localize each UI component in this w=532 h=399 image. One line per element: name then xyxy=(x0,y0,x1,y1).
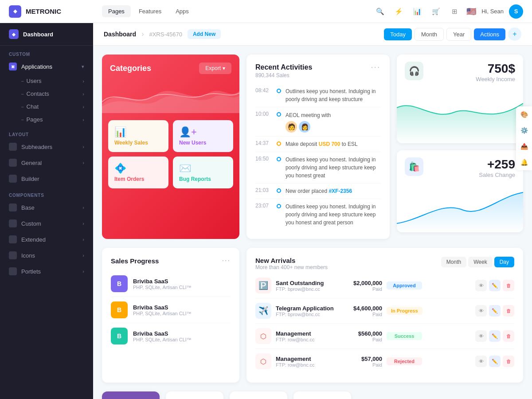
cat-bug-reports-label: Bug Reports xyxy=(179,176,227,182)
categories-card: Categories Export ▾ 📊 xyxy=(102,55,239,239)
act-text-5: New order placed #XF-2356 xyxy=(286,187,352,195)
act-time-4: 16:50 xyxy=(255,156,272,162)
activity-item-6: 23:07 Outlines keep you honest. Indulgin… xyxy=(255,199,381,230)
activity-item-2: 10:00 AEOL meeting with 🧑 👩 xyxy=(255,107,381,137)
add-new-button[interactable]: Add New xyxy=(188,29,221,39)
sidebar: ◆ Dashboard CUSTOM ▣ Applications ▾ – Us… xyxy=(0,23,93,399)
logo: ◆ METRONIC xyxy=(9,5,102,18)
weekly-income-card: 750$ Weekly Income 🎧 xyxy=(397,55,523,143)
year-button[interactable]: Year xyxy=(446,28,471,41)
settings-icon[interactable]: ⚙️ xyxy=(516,122,532,138)
day-tab[interactable]: Day xyxy=(494,257,514,267)
na-row-4: ⬡ Management FTP: row@bnc.cc $57,000 Pai… xyxy=(255,349,514,374)
sidebar-sub-chat[interactable]: – Chat › xyxy=(0,100,93,113)
sidebar-item-builder[interactable]: Builder xyxy=(0,171,93,187)
cat-weekly-sales-label: Weekly Sales xyxy=(114,140,162,146)
search-icon[interactable]: 🔍 xyxy=(373,5,387,18)
act-time-5: 21:03 xyxy=(255,187,272,193)
bell-icon[interactable]: 🔔 xyxy=(516,154,532,170)
top-nav: ◆ METRONIC Pages Features Apps 🔍 ⚡ 📊 🛒 ⊞… xyxy=(0,0,532,23)
na-del-3[interactable]: 🗑 xyxy=(503,330,514,342)
na-view-1[interactable]: 👁 xyxy=(475,280,487,291)
sidebar-section-components: COMPONENTS xyxy=(0,187,93,200)
act-time-2: 10:00 xyxy=(255,111,272,117)
chart-icon[interactable]: 📊 xyxy=(411,5,424,18)
breadcrumb-sep: › xyxy=(141,30,144,38)
nav-link-pages[interactable]: Pages xyxy=(102,5,131,17)
sidebar-item-extended[interactable]: Extended › xyxy=(0,231,93,247)
sidebar-section-layout: LAYOUT xyxy=(0,126,93,139)
na-view-4[interactable]: 👁 xyxy=(475,356,487,367)
sidebar-sub-pages[interactable]: – Pages › xyxy=(0,113,93,126)
act-text-4: Outlines keep you honest. Indulging in p… xyxy=(286,156,381,180)
sp-item-3: B Briviba SaaS PHP, SQLite, Artisan CLI™ xyxy=(111,323,231,349)
na-row-3: ⬡ Management FTP: row@bnc.cc $560,000 Pa… xyxy=(255,324,514,349)
breadcrumb-bar: Dashboard › #XRS-45670 Add New Today Mon… xyxy=(93,23,532,46)
na-edit-1[interactable]: ✏️ xyxy=(489,280,501,291)
activities-menu[interactable]: ··· xyxy=(371,63,381,71)
nav-link-features[interactable]: Features xyxy=(133,5,168,17)
income-icon: 🎧 xyxy=(405,62,423,80)
activity-item-4: 16:50 Outlines keep you honest. Indulgin… xyxy=(255,152,381,184)
act-time-6: 23:07 xyxy=(255,203,272,209)
na-view-3[interactable]: 👁 xyxy=(475,330,487,342)
send-icon[interactable]: 📤 xyxy=(516,138,532,154)
sidebar-item-subheaders[interactable]: Subheaders › xyxy=(0,139,93,155)
cat-item-orders: 💠 Item Orders xyxy=(108,156,168,188)
act-text-6: Outlines keep you honest. Indulging in p… xyxy=(286,203,381,227)
sidebar-item-icons[interactable]: Icons › xyxy=(0,247,93,263)
na-edit-4[interactable]: ✏️ xyxy=(489,356,501,367)
act-text-3: Make deposit USD 700 to ESL xyxy=(286,140,358,148)
nav-link-apps[interactable]: Apps xyxy=(169,5,195,17)
cat-new-users: 👤+ New Users xyxy=(173,120,233,152)
connections-icon[interactable]: ⚡ xyxy=(392,5,405,18)
sidebar-dashboard-item[interactable]: ◆ Dashboard xyxy=(0,23,93,46)
logo-bootstrap: B xyxy=(102,391,160,399)
sidebar-section-custom: CUSTOM xyxy=(0,46,93,59)
sidebar-item-portlets[interactable]: Portlets › xyxy=(0,263,93,279)
main-content: Dashboard › #XRS-45670 Add New Today Mon… xyxy=(93,23,532,399)
act-text-1: Outlines keep you honest. Indulging in p… xyxy=(286,87,381,103)
sidebar-sub-contacts[interactable]: – Contacts › xyxy=(0,87,93,100)
activity-item-5: 21:03 New order placed #XF-2356 xyxy=(255,184,381,199)
export-button[interactable]: Export ▾ xyxy=(199,63,231,74)
month-tab[interactable]: Month xyxy=(441,257,466,267)
na-del-4[interactable]: 🗑 xyxy=(503,356,514,367)
grid-icon[interactable]: ⊞ xyxy=(448,5,461,18)
weekly-income-amount: 750$ xyxy=(476,62,515,76)
sp-item-2: B Briviba SaaS PHP, SQLite, Artisan CLI™ xyxy=(111,297,231,323)
sidebar-item-custom[interactable]: Custom › xyxy=(0,215,93,231)
na-edit-3[interactable]: ✏️ xyxy=(489,330,501,342)
breadcrumb-title: Dashboard xyxy=(104,31,136,38)
user-greeting: Hi, Sean xyxy=(481,8,504,15)
sales-icon: 🛍️ xyxy=(405,157,423,176)
na-edit-2[interactable]: ✏️ xyxy=(489,305,501,317)
na-view-2[interactable]: 👁 xyxy=(475,305,487,317)
plus-button[interactable]: + xyxy=(508,27,521,41)
categories-title: Categories xyxy=(110,64,151,73)
na-del-2[interactable]: 🗑 xyxy=(503,305,514,317)
sidebar-item-base[interactable]: Base › xyxy=(0,200,93,215)
right-floating-icons: 🎨 ⚙️ 📤 🔔 xyxy=(516,106,532,170)
na-del-1[interactable]: 🗑 xyxy=(503,280,514,291)
sales-change-label: Sales Change xyxy=(479,172,515,178)
na-row-1: 🅿️ Sant Outstanding FTP: bprow@bnc.cc $2… xyxy=(255,273,514,298)
cart-icon[interactable]: 🛒 xyxy=(429,5,442,18)
sp-menu[interactable]: ··· xyxy=(222,257,231,265)
logo-react xyxy=(230,391,287,399)
week-tab[interactable]: Week xyxy=(468,257,492,267)
month-button[interactable]: Month xyxy=(415,28,444,41)
palette-icon[interactable]: 🎨 xyxy=(516,106,532,122)
sales-change-amount: +259 xyxy=(479,157,515,172)
sales-progress-card: Sales Progress ··· B Briviba SaaS PHP, S… xyxy=(102,248,239,383)
new-arrivals-card: New Arrivals More than 400+ new members … xyxy=(246,248,523,383)
today-button[interactable]: Today xyxy=(384,28,412,40)
cat-bug-reports: ✉️ Bug Reports xyxy=(173,156,233,188)
activities-subtitle: 890,344 Sales xyxy=(255,72,312,78)
sidebar-item-general[interactable]: General › xyxy=(0,155,93,171)
actions-button[interactable]: Actions xyxy=(474,28,505,40)
breadcrumb-id: #XRS-45670 xyxy=(149,31,182,38)
sidebar-sub-users[interactable]: – Users › xyxy=(0,74,93,87)
user-avatar[interactable]: S xyxy=(509,4,523,19)
sidebar-item-applications[interactable]: ▣ Applications ▾ xyxy=(0,59,93,74)
